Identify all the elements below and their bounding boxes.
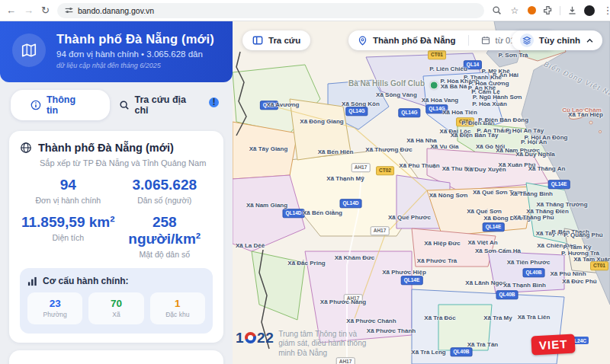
screen: ← → ↻ bando.danang.gov.vn ☆	[0, 0, 610, 364]
map-label: Xã Thượng Đức	[365, 147, 412, 153]
map-label: Xã Trà Đốc	[424, 315, 455, 321]
sidebar: Thành phố Đà Nẵng (mới) 94 đơn vị hành c…	[0, 21, 233, 364]
logo-1022: 122	[236, 330, 274, 346]
map-label: Xã Hòa Vang	[422, 97, 458, 104]
selected-city-label: Thành phố Đà Nẵng	[373, 36, 456, 45]
tab-tra-cuu-dia-chi[interactable]: Tra cứu địa chỉ !	[116, 90, 222, 120]
map-label: Xã Thạnh Mỹ	[326, 176, 364, 182]
stat-density: 258 người/km² Mật độ dân số	[117, 214, 214, 259]
zoom-icon[interactable]	[492, 5, 502, 15]
map-label: Xã Phước Hiệp	[382, 270, 426, 276]
map-label: Xã Thăng An	[528, 166, 566, 172]
map-label: Xã Phước Trà	[417, 258, 457, 264]
info-icon	[30, 100, 41, 110]
reload-icon[interactable]: ↻	[41, 5, 50, 15]
customize-button[interactable]: Tùy chỉnh	[512, 30, 602, 50]
map-canvas[interactable]: QL14Xã AvươngXã Sông KônQL14GXã Sông Vàn…	[233, 21, 610, 364]
map-label: Xã Phú Thuận	[399, 163, 439, 169]
map-label: AH17	[371, 226, 390, 235]
overview-title: Thành phố Đà Nẵng (mới)	[38, 142, 174, 154]
extension-icon[interactable]	[528, 6, 536, 14]
tab-thong-tin[interactable]: Thông tin	[11, 90, 110, 120]
map-label: P. Điện Bàn Đông	[478, 117, 528, 123]
bar-chart-icon	[27, 276, 37, 286]
map-label: Xã Tân Hiệp	[568, 112, 603, 118]
bookmark-star-icon[interactable]: ☆	[509, 6, 521, 15]
tab-row: Thông tin Tra cứu địa chỉ !	[0, 82, 233, 123]
customize-label: Tùy chỉnh	[539, 36, 580, 45]
map-label: Xã Tây Giang	[249, 146, 288, 152]
tra-cuu-label: Tra cứu	[268, 36, 300, 45]
map-label: Xã Thăng Trường	[536, 202, 587, 208]
map-icon	[12, 34, 46, 67]
map-label: P. Hội An	[521, 139, 547, 145]
overview-card: Thành phố Đà Nẵng (mới) Sắp xếp từ TP Đà…	[9, 131, 223, 343]
map-label: Xã La Dêê	[236, 243, 265, 249]
map-label: P. Hòa Xuân	[472, 101, 507, 107]
profile-avatar[interactable]	[584, 5, 595, 16]
browser-bar: ← → ↻ bando.danang.gov.vn ☆	[0, 0, 610, 21]
location-pin-icon	[358, 36, 368, 46]
structure-communes: 70 Xã	[88, 292, 143, 324]
map-label: Xã Nông Sơn	[429, 193, 468, 199]
back-icon[interactable]: ←	[6, 5, 16, 15]
map-label: Xã Đắc Pring	[287, 260, 325, 267]
tab-badge: !	[209, 97, 219, 107]
map-label: AH17	[352, 163, 371, 172]
map-label: QL14E	[483, 222, 505, 231]
map-label: Xã Trà Leng	[411, 350, 445, 356]
extensions-puzzle-icon[interactable]	[543, 5, 553, 15]
map-label: QL14E	[401, 276, 423, 285]
map-label: Xã Quế Phước	[388, 215, 431, 221]
stat-area: 11.859,59 km² Diện tích	[20, 214, 117, 259]
map-label: Xã Phước Năng	[320, 299, 366, 305]
map-label: QL14E	[548, 180, 570, 189]
map-label: P. Liên Chiểu	[429, 66, 467, 72]
map-label: Xã Điện Bàn Tây	[451, 133, 499, 139]
address-bar[interactable]: bando.danang.gov.vn	[57, 3, 484, 18]
commune-list-link[interactable]: Danh sách đơn vị hành chính cấp xã	[9, 350, 223, 364]
pill-divider	[468, 35, 469, 46]
tra-cuu-button[interactable]: Tra cứu	[242, 30, 310, 50]
map-label: Xã Nam Giang	[246, 203, 287, 209]
menu-kebab-icon[interactable]: ⋮	[602, 5, 610, 15]
overview-subtitle: Sắp xếp từ TP Đà Nẵng và Tỉnh Quảng Nam	[40, 158, 213, 168]
tab-thong-tin-label: Thông tin	[47, 94, 90, 116]
calendar-icon	[481, 36, 490, 45]
map-label: Xã Vu Gia	[430, 144, 458, 150]
map-label: CT02	[376, 166, 394, 175]
logo-1022-zero	[245, 332, 256, 343]
viet-watermark-wrap: QL24C VIET	[531, 335, 575, 354]
map-labels-layer: QL14Xã AvươngXã Sông KônQL14GXã Sông Vàn…	[233, 21, 610, 364]
map-label: QL14D	[340, 199, 362, 208]
map-label: Xã Trà My	[483, 315, 512, 321]
data-update-note: dữ liệu cập nhật đến tháng 6/2025	[56, 62, 222, 69]
map-label: QL14D	[283, 209, 305, 218]
map-label: Xã Trà Liên	[518, 315, 551, 321]
structure-special-zone: 1 Đặc khu	[150, 292, 205, 324]
forward-icon[interactable]: →	[24, 5, 34, 15]
map-label: QL14G	[345, 107, 368, 116]
map-label: Xã Quế Sơn	[467, 209, 502, 215]
map-label: Xã Sơn Cẩm Hà	[475, 248, 521, 254]
map-label: P. Ngũ Hành Sơn	[473, 94, 522, 101]
map-label: Xã Duy Nghĩa	[515, 152, 555, 158]
stats-grid: 94 Đơn vị hành chính 3.065.628 Dân số (n…	[20, 175, 213, 268]
map-label: P. Quảng Phú	[563, 232, 602, 238]
map-label: Xã Thăng Phú	[513, 215, 554, 221]
map-label: Xã Sông Vàng	[376, 92, 417, 98]
map-label: QL40B	[523, 268, 545, 277]
download-icon[interactable]	[567, 5, 577, 15]
map-label: Xã Bến Giằng	[303, 210, 342, 216]
stat-population: 3.065.628 Dân số (người)	[117, 177, 214, 205]
tab-tra-cuu-label: Tra cứu địa chỉ	[135, 94, 203, 116]
map-label: AH17	[336, 357, 355, 364]
url-text: bando.danang.gov.vn	[78, 6, 154, 15]
map-label: P. Sơn Trà	[499, 53, 528, 59]
map-label: Xã Hòa Tiến	[442, 110, 477, 116]
city-title: Thành phố Đà Nẵng (mới)	[56, 32, 222, 46]
map-label: Xã Phước Chánh	[346, 318, 396, 324]
map-label: Xã Việt An	[467, 240, 497, 246]
globe-icon	[20, 142, 32, 154]
site-settings-icon[interactable]	[65, 6, 73, 14]
